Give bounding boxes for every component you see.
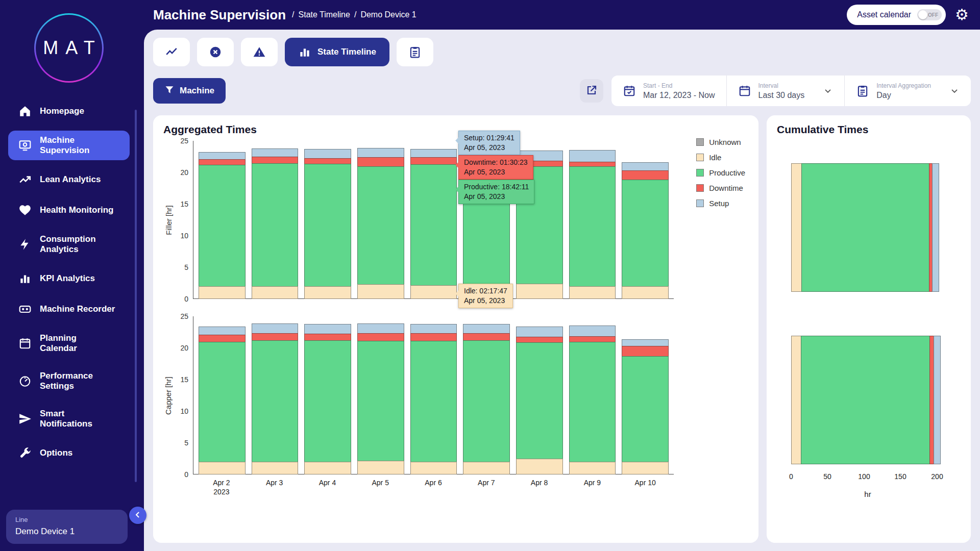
segment-idle[interactable] bbox=[622, 462, 669, 474]
segment-downtime[interactable] bbox=[304, 334, 351, 341]
segment-idle[interactable] bbox=[569, 286, 616, 299]
segment-downtime[interactable] bbox=[410, 157, 457, 165]
segment-setup[interactable] bbox=[304, 149, 351, 159]
segment-idle[interactable] bbox=[252, 462, 299, 474]
sidebar-item-machine-recorder[interactable]: Machine Recorder bbox=[8, 298, 130, 320]
segment-productive[interactable] bbox=[801, 163, 929, 292]
cumulative-bar-capper[interactable] bbox=[791, 336, 944, 464]
machine-filter-button[interactable]: Machine bbox=[153, 78, 226, 104]
segment-setup[interactable] bbox=[410, 324, 457, 334]
export-button[interactable] bbox=[580, 79, 603, 103]
segment-idle[interactable] bbox=[357, 461, 404, 474]
segment-productive[interactable] bbox=[463, 340, 510, 462]
segment-idle[interactable] bbox=[304, 286, 351, 299]
bar-apr-9[interactable] bbox=[569, 150, 616, 298]
segment-setup[interactable] bbox=[516, 327, 563, 337]
segment-productive[interactable] bbox=[569, 166, 616, 287]
segment-productive[interactable] bbox=[622, 356, 669, 462]
tab-clipboard[interactable] bbox=[397, 38, 433, 66]
aggregation-field[interactable]: Interval Aggregation Day bbox=[844, 76, 971, 106]
tab-circle-x[interactable] bbox=[197, 38, 234, 66]
bar-apr-3[interactable] bbox=[252, 148, 299, 298]
segment-setup[interactable] bbox=[934, 336, 941, 464]
segment-idle[interactable] bbox=[252, 286, 299, 299]
segment-setup[interactable] bbox=[199, 152, 246, 160]
sidebar-scrollbar[interactable] bbox=[135, 110, 137, 482]
bar-apr-5[interactable] bbox=[357, 148, 404, 298]
segment-productive[interactable] bbox=[622, 180, 669, 287]
sidebar-collapse-button[interactable] bbox=[129, 507, 146, 524]
segment-idle[interactable] bbox=[199, 286, 246, 299]
segment-idle[interactable] bbox=[569, 462, 616, 474]
segment-productive[interactable] bbox=[410, 164, 457, 286]
segment-idle[interactable] bbox=[410, 285, 457, 299]
segment-idle[interactable] bbox=[304, 462, 351, 474]
segment-productive[interactable] bbox=[410, 341, 457, 462]
segment-downtime[interactable] bbox=[252, 157, 299, 164]
bar-apr-10[interactable] bbox=[622, 162, 669, 298]
segment-setup[interactable] bbox=[252, 148, 299, 157]
segment-idle[interactable] bbox=[410, 462, 457, 474]
sidebar-item-smart-notifications[interactable]: SmartNotifications bbox=[8, 404, 130, 434]
segment-productive[interactable] bbox=[569, 342, 616, 462]
interval-field[interactable]: Interval Last 30 days bbox=[726, 76, 845, 106]
segment-idle[interactable] bbox=[199, 462, 246, 474]
segment-idle[interactable] bbox=[463, 462, 510, 474]
breadcrumb-item[interactable]: State Timeline bbox=[299, 10, 350, 19]
segment-downtime[interactable] bbox=[199, 335, 246, 342]
bar-apr-2-2023[interactable] bbox=[199, 327, 246, 474]
segment-productive[interactable] bbox=[304, 340, 351, 462]
tab-state-timeline[interactable]: State Timeline bbox=[285, 38, 389, 66]
segment-downtime[interactable] bbox=[410, 333, 457, 341]
bar-apr-9[interactable] bbox=[569, 325, 616, 474]
bar-apr-6[interactable] bbox=[410, 324, 457, 474]
segment-setup[interactable] bbox=[622, 339, 669, 346]
segment-productive[interactable] bbox=[199, 342, 246, 462]
sidebar-item-homepage[interactable]: Homepage bbox=[8, 100, 130, 122]
tab-warning[interactable] bbox=[241, 38, 278, 66]
segment-downtime[interactable] bbox=[463, 333, 510, 341]
segment-downtime[interactable] bbox=[357, 333, 404, 341]
sidebar-item-health-monitoring[interactable]: Health Monitoring bbox=[8, 199, 130, 221]
bar-apr-4[interactable] bbox=[304, 149, 351, 298]
segment-downtime[interactable] bbox=[622, 346, 669, 357]
bar-apr-3[interactable] bbox=[252, 323, 299, 474]
segment-productive[interactable] bbox=[516, 342, 563, 459]
tab-line-chart[interactable] bbox=[153, 38, 190, 66]
segment-productive[interactable] bbox=[357, 166, 404, 285]
sidebar-item-consumption-analytics[interactable]: ConsumptionAnalytics bbox=[8, 230, 130, 259]
segment-setup[interactable] bbox=[932, 163, 939, 292]
sidebar-item-performance-settings[interactable]: PerformanceSettings bbox=[8, 366, 130, 396]
bar-apr-7[interactable] bbox=[463, 324, 510, 474]
segment-setup[interactable] bbox=[569, 325, 616, 337]
segment-idle[interactable] bbox=[357, 284, 404, 299]
segment-setup[interactable] bbox=[410, 149, 457, 158]
segment-setup[interactable] bbox=[622, 162, 669, 171]
filler-stacked-bar-chart[interactable]: Filler [hr]0510152025 bbox=[163, 141, 674, 299]
segment-downtime[interactable] bbox=[357, 157, 404, 167]
segment-idle[interactable] bbox=[516, 459, 563, 474]
cumulative-stacked-bar-chart[interactable]: 050100150200hr bbox=[791, 163, 944, 498]
bar-apr-2-2023[interactable] bbox=[199, 152, 246, 298]
asset-calendar-toggle[interactable]: Asset calendar OFF bbox=[847, 5, 946, 25]
segment-setup[interactable] bbox=[463, 324, 510, 334]
bar-apr-10[interactable] bbox=[622, 339, 669, 474]
cumulative-bar-filler[interactable] bbox=[791, 163, 944, 292]
bar-apr-5[interactable] bbox=[357, 323, 404, 474]
segment-idle[interactable] bbox=[791, 163, 802, 292]
segment-setup[interactable] bbox=[357, 323, 404, 334]
segment-downtime[interactable] bbox=[252, 333, 299, 341]
segment-productive[interactable] bbox=[252, 163, 299, 287]
segment-setup[interactable] bbox=[304, 324, 351, 334]
segment-idle[interactable] bbox=[622, 286, 669, 299]
sidebar-item-planning-calendar[interactable]: PlanningCalendar bbox=[8, 329, 130, 358]
device-chip[interactable]: Line Demo Device 1 bbox=[6, 510, 128, 544]
capper-stacked-bar-chart[interactable]: Capper [hr]0510152025Apr 22023Apr 3Apr 4… bbox=[163, 316, 674, 496]
segment-idle[interactable] bbox=[516, 284, 563, 299]
segment-setup[interactable] bbox=[569, 150, 616, 162]
segment-productive[interactable] bbox=[304, 164, 351, 287]
segment-setup[interactable] bbox=[252, 323, 299, 334]
sidebar-item-kpi-analytics[interactable]: KPI Analytics bbox=[8, 267, 130, 290]
bar-apr-8[interactable] bbox=[516, 327, 563, 474]
segment-productive[interactable] bbox=[199, 165, 246, 287]
